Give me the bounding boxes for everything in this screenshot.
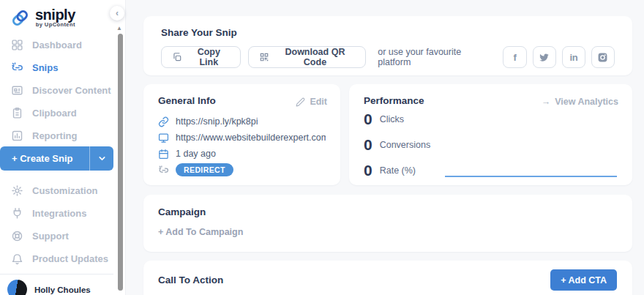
view-analytics-label: View Analytics xyxy=(555,97,618,107)
copy-link-button[interactable]: Copy Link xyxy=(161,46,241,68)
snip-url: https://snip.ly/kpk8pi xyxy=(176,116,258,127)
clicks-value: 0 xyxy=(364,111,372,128)
copy-icon xyxy=(172,52,182,63)
newspaper-icon xyxy=(11,84,23,97)
share-instagram-button[interactable] xyxy=(591,46,615,68)
pencil-icon xyxy=(296,97,305,107)
sidebar-divider xyxy=(0,274,113,275)
platform-text: or use your favourite platform xyxy=(378,47,490,67)
target-url: https://www.websitebuilderexpert.com/soc… xyxy=(176,132,326,143)
conversions-value: 0 xyxy=(364,136,372,154)
rate-stat: 0 Rate (%) xyxy=(364,157,618,183)
sidebar-item-label: Integrations xyxy=(32,208,86,219)
sidebar-item-label: Dashboard xyxy=(32,40,82,51)
call-to-action-card: Call To Action + Add CTA xyxy=(143,261,632,295)
share-actions-row: Copy Link Download QR Code or use your f… xyxy=(161,46,615,68)
user-name: Holly Choules xyxy=(34,285,91,294)
sidebar-item-reporting[interactable]: Reporting xyxy=(0,124,116,147)
sidebar-item-label: Clipboard xyxy=(32,108,77,119)
created-date-row: 1 day ago xyxy=(158,146,326,162)
sidebar-item-dashboard[interactable]: Dashboard xyxy=(0,34,116,56)
sidebar-item-label: Product Updates xyxy=(32,253,108,264)
campaign-title: Campaign xyxy=(158,206,618,217)
bar-chart-icon xyxy=(11,130,23,142)
edit-label: Edit xyxy=(310,97,327,107)
create-snip-label: + Create Snip xyxy=(0,153,89,164)
sidebar-item-support[interactable]: Support xyxy=(0,225,116,247)
create-snip-dropdown[interactable] xyxy=(90,154,113,163)
sidebar-item-clipboard[interactable]: Clipboard xyxy=(0,102,116,124)
clicks-stat: 0 Clicks xyxy=(364,106,618,132)
sidebar-collapse-button[interactable]: ‹ xyxy=(110,6,124,20)
dashboard-icon xyxy=(11,39,23,51)
main-content: Share Your Snip Copy Link Download QR Co… xyxy=(126,0,644,295)
campaign-card: Campaign + Add To Campaign xyxy=(143,195,632,252)
user-menu[interactable]: Holly Choules xyxy=(7,280,91,295)
sidebar-nav-secondary: Customization Integrations Support xyxy=(0,179,116,270)
copy-link-label: Copy Link xyxy=(188,47,230,67)
sniply-logo[interactable]: sniply by UpContent xyxy=(10,7,75,28)
download-qr-button[interactable]: Download QR Code xyxy=(248,46,367,68)
share-twitter-button[interactable] xyxy=(533,46,556,68)
sidebar-item-customization[interactable]: Customization xyxy=(0,179,116,202)
conversions-stat: 0 Conversions xyxy=(364,132,618,157)
snip-type-icon xyxy=(158,165,169,176)
sidebar-scrollbar-thumb[interactable] xyxy=(118,34,123,291)
sidebar-item-label: Customization xyxy=(32,185,98,196)
share-facebook-button[interactable]: f xyxy=(503,46,526,68)
monitor-icon xyxy=(158,132,169,143)
brand-name: sniply xyxy=(35,7,75,23)
general-info-rows: https://snip.ly/kpk8pi https://www.websi… xyxy=(158,113,326,178)
download-qr-label: Download QR Code xyxy=(275,47,356,67)
created-date: 1 day ago xyxy=(176,149,216,159)
snips-icon xyxy=(11,61,23,74)
avatar xyxy=(7,280,27,295)
link-icon xyxy=(158,116,169,127)
share-card-title: Share Your Snip xyxy=(161,27,615,38)
empty-chart-baseline xyxy=(445,176,617,177)
sidebar: sniply by UpContent ‹ Dashboard Snip xyxy=(0,0,126,295)
view-analytics-link[interactable]: → View Analytics xyxy=(542,97,618,107)
linkedin-icon: in xyxy=(570,52,578,63)
chevron-left-icon: ‹ xyxy=(116,8,119,18)
share-your-snip-card: Share Your Snip Copy Link Download QR Co… xyxy=(143,16,632,75)
sidebar-item-label: Reporting xyxy=(32,130,77,141)
arrow-right-icon: → xyxy=(542,97,551,107)
sniply-logo-icon xyxy=(10,8,30,28)
logo-text: sniply by UpContent xyxy=(35,7,75,28)
brand-tagline: by UpContent xyxy=(36,21,75,28)
sidebar-item-label: Discover Content xyxy=(32,85,111,96)
snip-type-row: REDIRECT xyxy=(158,162,326,178)
calendar-icon xyxy=(158,149,169,160)
sidebar-item-snips[interactable]: Snips xyxy=(0,56,116,79)
performance-card: Performance → View Analytics 0 Clicks 0 … xyxy=(349,84,632,185)
sidebar-item-integrations[interactable]: Integrations xyxy=(0,202,116,225)
rate-value: 0 xyxy=(364,162,372,179)
add-cta-button[interactable]: + Add CTA xyxy=(550,269,617,291)
add-to-campaign-link[interactable]: + Add To Campaign xyxy=(158,227,243,237)
facebook-icon: f xyxy=(514,52,517,63)
clicks-label: Clicks xyxy=(380,114,404,124)
chevron-down-icon xyxy=(97,154,107,163)
rate-label: Rate (%) xyxy=(380,165,416,176)
cta-title: Call To Action xyxy=(158,275,618,285)
instagram-icon xyxy=(597,52,608,63)
clipboard-icon xyxy=(11,107,23,119)
sidebar-item-label: Support xyxy=(32,231,69,242)
conversions-label: Conversions xyxy=(380,140,430,150)
share-linkedin-button[interactable]: in xyxy=(562,46,585,68)
edit-button[interactable]: Edit xyxy=(296,97,327,107)
target-url-row[interactable]: https://www.websitebuilderexpert.com/soc… xyxy=(158,130,326,146)
sidebar-item-product-updates[interactable]: Product Updates xyxy=(0,247,116,270)
general-info-card: General Info Edit https://snip.ly/kpk8pi xyxy=(143,84,340,185)
qr-code-icon xyxy=(259,52,269,63)
sidebar-item-label: Snips xyxy=(32,62,58,73)
scrollbar-up-arrow[interactable]: ▲ xyxy=(116,26,122,31)
bell-icon xyxy=(11,253,23,265)
create-snip-button[interactable]: + Create Snip xyxy=(0,146,113,171)
sidebar-item-discover-content[interactable]: Discover Content xyxy=(0,79,116,102)
gear-icon xyxy=(11,184,23,197)
sidebar-nav-primary: Dashboard Snips Discover Content xyxy=(0,34,116,147)
snip-url-row[interactable]: https://snip.ly/kpk8pi xyxy=(158,113,326,130)
twitter-icon xyxy=(539,52,550,63)
